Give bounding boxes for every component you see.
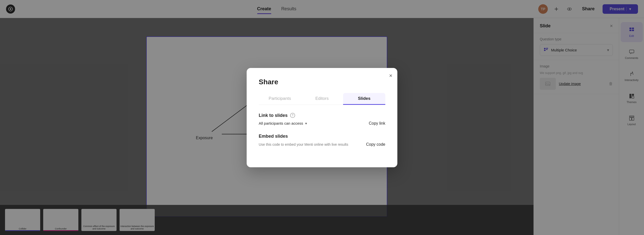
access-dropdown[interactable]: All participants can access ▾ xyxy=(259,121,307,125)
embed-description: Use this code to embed your Menti online… xyxy=(259,142,348,147)
embed-section-title: Embed slides xyxy=(259,134,385,139)
embed-section-label: Embed slides xyxy=(259,134,288,139)
modal-tab-slides[interactable]: Slides xyxy=(343,93,385,105)
modal-tabs: Participants Editors Slides xyxy=(259,93,385,105)
modal-title: Share xyxy=(259,78,385,86)
copy-link-button[interactable]: Copy link xyxy=(369,121,385,126)
copy-code-button[interactable]: Copy code xyxy=(366,142,386,147)
link-info-icon[interactable]: ? xyxy=(290,113,295,118)
modal-tab-editors[interactable]: Editors xyxy=(301,93,343,105)
embed-section: Embed slides Use this code to embed your… xyxy=(259,134,385,147)
link-section: Link to slides ? All participants can ac… xyxy=(259,113,385,126)
access-chevron-icon: ▾ xyxy=(305,121,307,125)
link-section-title: Link to slides ? xyxy=(259,113,385,118)
share-modal: × Share Participants Editors Slides Link… xyxy=(247,68,397,167)
modal-overlay[interactable]: × Share Participants Editors Slides Link… xyxy=(0,0,644,235)
link-section-label: Link to slides xyxy=(259,113,288,118)
embed-row: Use this code to embed your Menti online… xyxy=(259,142,385,147)
modal-close-button[interactable]: × xyxy=(389,73,392,79)
modal-tab-participants[interactable]: Participants xyxy=(259,93,301,105)
access-label: All participants can access xyxy=(259,121,303,125)
link-row: All participants can access ▾ Copy link xyxy=(259,121,385,126)
